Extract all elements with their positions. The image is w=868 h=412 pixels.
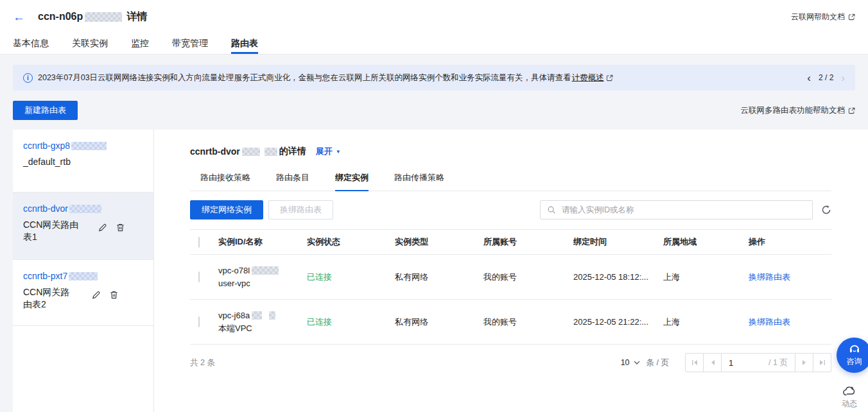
help-doc-label: 云联网帮助文档 (791, 12, 845, 22)
last-page-button[interactable] (813, 354, 831, 372)
row-checkbox[interactable] (198, 316, 200, 327)
refresh-icon (821, 205, 831, 215)
instance-name: user-vpc (218, 279, 250, 288)
route-table-item-default[interactable]: ccnrtb-gxp8 _default_rtb (13, 130, 153, 193)
detail-header: ccnrtb-dvor的详情 展开 ▼ (190, 146, 831, 157)
action-row: 新建路由表 云联网多路由表功能帮助文档 (13, 101, 855, 120)
delete-icon[interactable] (109, 290, 119, 300)
page-input[interactable] (722, 354, 761, 372)
route-table-id-link[interactable]: ccnrtb-dvor (23, 203, 101, 214)
cloud-icon (842, 386, 856, 397)
instance-id: vpc-o78l (218, 264, 250, 277)
instances-table: 实例ID/名称 实例状态 实例类型 所属账号 绑定时间 所属地域 操作 vpc-… (190, 229, 831, 372)
tab-route-receive-policy[interactable]: 路由接收策略 (200, 172, 250, 191)
delete-icon[interactable] (116, 223, 125, 232)
external-link-icon (606, 74, 613, 82)
tab-route-table[interactable]: 路由表 (231, 33, 258, 54)
region: 上海 (663, 271, 749, 283)
first-page-icon (691, 359, 698, 366)
redacted-text (252, 311, 262, 320)
route-table-name: _default_rtb (23, 156, 143, 168)
multi-route-table-help-link[interactable]: 云联网多路由表功能帮助文档 (741, 105, 856, 116)
chevron-down-icon (634, 361, 640, 365)
table-footer: 共 2 条 10 条 / 页 / 1 页 (190, 353, 831, 372)
route-table-list: ccnrtb-gxp8 _default_rtb ccnrtb-dvor CCN… (13, 130, 154, 412)
instance-id-cell: vpc-o78l user-vpc (218, 264, 307, 290)
info-icon: i (23, 73, 33, 83)
account: 我的账号 (483, 271, 573, 283)
first-page-button[interactable] (686, 354, 704, 372)
next-page-icon (801, 359, 808, 366)
news-button[interactable]: 动态 (835, 386, 864, 409)
rebind-action-link[interactable]: 换绑路由表 (749, 316, 831, 328)
detail-tabs: 路由接收策略 路由条目 绑定实例 路由传播策略 (190, 172, 831, 191)
refresh-button[interactable] (821, 205, 831, 215)
redacted-text (69, 205, 101, 213)
rebind-route-table-button[interactable]: 换绑路由表 (268, 200, 333, 219)
edit-icon[interactable] (91, 290, 101, 300)
table-row: vpc-o78l user-vpc 已连接 私有网络 我的账号 2025-12-… (190, 255, 831, 300)
instance-type: 私有网络 (395, 316, 483, 328)
notice-banner: i 2023年07月03日云联网网络连接实例和入方向流量处理服务正式商业化，金额… (13, 65, 855, 90)
bind-time: 2025-12-05 21:22:... (573, 317, 663, 327)
tab-basic-info[interactable]: 基本信息 (13, 33, 49, 54)
route-table-item-2[interactable]: ccnrtb-pxt7 CCN网关路由表2 (13, 260, 153, 326)
create-route-table-button[interactable]: 新建路由表 (13, 101, 78, 120)
banner-next-icon[interactable]: › (841, 73, 845, 83)
status-badge: 已连接 (307, 271, 395, 283)
col-account: 所属账号 (483, 236, 573, 248)
table-header: 实例ID/名称 实例状态 实例类型 所属账号 绑定时间 所属地域 操作 (190, 229, 831, 255)
search-input[interactable] (560, 205, 806, 215)
tab-route-entries[interactable]: 路由条目 (276, 172, 309, 191)
route-table-name: CCN网关路由表2 (23, 286, 72, 311)
last-page-icon (819, 359, 826, 366)
instance-search[interactable] (540, 200, 813, 219)
region: 上海 (663, 316, 749, 328)
rebind-action-link[interactable]: 换绑路由表 (749, 271, 831, 283)
tab-bandwidth-management[interactable]: 带宽管理 (172, 33, 208, 54)
redacted-text (71, 142, 107, 150)
consult-button[interactable]: 咨询 (837, 338, 868, 373)
bind-instance-button[interactable]: 绑定网络实例 (190, 200, 263, 219)
caret-down-icon: ▼ (336, 149, 341, 155)
headset-icon (848, 343, 861, 355)
external-link-icon (848, 107, 855, 114)
route-table-id-link[interactable]: ccnrtb-gxp8 (23, 141, 107, 151)
next-page-button[interactable] (795, 354, 813, 372)
redacted-text (85, 12, 122, 22)
page-header: ← ccn-n06p 详情 云联网帮助文档 (0, 0, 868, 33)
route-table-name: CCN网关路由表1 (23, 219, 85, 243)
main-panel: ccnrtb-gxp8 _default_rtb ccnrtb-dvor CCN… (13, 130, 868, 412)
back-arrow-icon[interactable]: ← (13, 11, 25, 23)
redacted-text (252, 266, 279, 275)
account: 我的账号 (483, 316, 573, 328)
tab-route-propagation-policy[interactable]: 路由传播策略 (394, 172, 444, 191)
redacted-text (265, 148, 277, 156)
consult-label: 咨询 (847, 356, 862, 367)
redacted-text (269, 311, 275, 320)
expand-toggle[interactable]: 展开 ▼ (316, 146, 341, 157)
select-all-checkbox[interactable] (198, 237, 200, 248)
instance-type: 私有网络 (395, 271, 483, 283)
row-checkbox[interactable] (198, 271, 200, 282)
help-doc-link[interactable]: 云联网帮助文档 (791, 12, 855, 22)
route-table-item-selected[interactable]: ccnrtb-dvor CCN网关路由表1 (13, 193, 153, 260)
page-size-value: 10 (621, 358, 630, 367)
page-title: ccn-n06p 详情 (38, 10, 147, 24)
tab-bound-instances[interactable]: 绑定实例 (335, 172, 369, 191)
billing-overview-link[interactable]: 计费概述 (572, 73, 604, 83)
prev-page-button[interactable] (704, 354, 722, 372)
col-operation: 操作 (749, 236, 831, 248)
route-table-id-link[interactable]: ccnrtb-pxt7 (23, 271, 98, 281)
edit-icon[interactable] (98, 223, 107, 232)
instance-name: 本端VPC (218, 323, 252, 333)
instance-id-cell: vpc-j68a 本端VPC (218, 309, 307, 335)
page-size-select[interactable]: 10 条 / 页 (621, 357, 669, 368)
tab-associated-instances[interactable]: 关联实例 (72, 33, 108, 54)
primary-tabs: 基本信息 关联实例 监控 带宽管理 路由表 (0, 33, 868, 55)
table-row: vpc-j68a 本端VPC 已连接 私有网络 我的账号 2025-12-05 … (190, 300, 831, 345)
tab-monitor[interactable]: 监控 (131, 33, 149, 54)
route-table-detail: ccnrtb-dvor的详情 展开 ▼ 路由接收策略 路由条目 绑定实例 路由传… (154, 130, 868, 412)
bind-time: 2025-12-05 18:12:... (573, 272, 663, 282)
banner-prev-icon[interactable]: ‹ (807, 73, 811, 83)
